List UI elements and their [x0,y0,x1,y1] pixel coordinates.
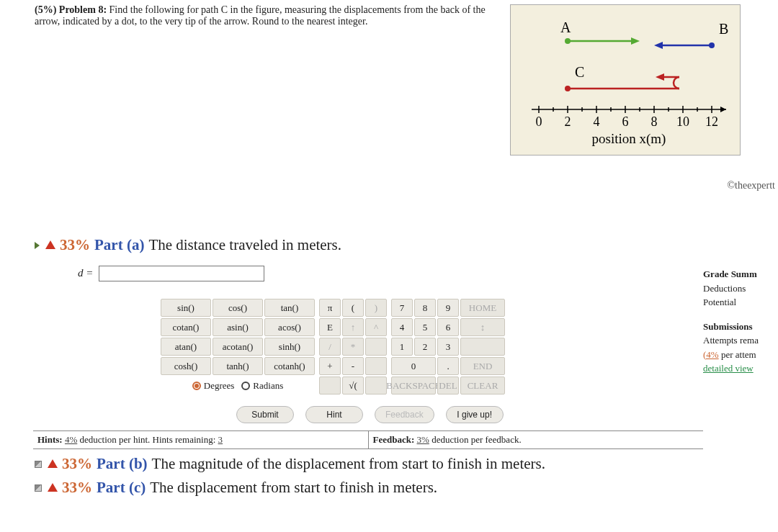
key-pi[interactable]: π [319,299,341,317]
part-b-label: Part (b) [97,455,148,473]
fn-acotan[interactable]: acotan() [213,338,263,356]
key-0[interactable]: 0 [391,357,436,375]
copyright-text: ©theexpertt [510,180,778,191]
part-a-header[interactable]: 33% Part (a) The distance traveled in me… [35,236,778,254]
key-pow[interactable]: ^ [365,318,387,336]
key-home[interactable]: HOME [460,299,505,317]
giveup-button[interactable]: I give up! [446,406,504,423]
attempts-remaining: Attempts rema [703,333,778,348]
key-e[interactable]: E [319,318,341,336]
symbol-pad: π ( ) E ↑ ^ / * + - √( [319,299,387,395]
key-7[interactable]: 7 [391,299,413,317]
feedback-button[interactable]: Feedback [375,406,434,423]
fn-cotan[interactable]: cotan() [161,318,211,336]
svg-text:A: A [560,19,571,35]
key-clear[interactable]: CLEAR [460,377,505,395]
grade-deductions: Deductions [703,281,778,296]
key-3[interactable]: 3 [437,338,459,356]
key-nav1[interactable]: ↕ [460,318,505,336]
warning-icon [45,240,55,249]
fn-acos[interactable]: acos() [264,318,315,336]
collapsed-icon[interactable] [35,484,42,492]
fn-cosh[interactable]: cosh() [161,357,211,375]
fn-atan[interactable]: atan() [161,338,211,356]
part-b-percent: 33% [62,455,92,473]
key-lparen[interactable]: ( [342,299,364,317]
grade-potential: Potential [703,295,778,310]
key-blank2 [365,357,387,375]
fn-tanh[interactable]: tanh() [213,357,263,375]
expand-icon[interactable] [35,242,40,249]
part-c-text: The displacement from start to finish in… [150,479,437,497]
degrees-radio[interactable]: Degrees [192,380,235,392]
function-pad: sin() cos() tan() cotan() asin() acos() … [161,299,315,395]
svg-text:C: C [575,64,584,80]
answer-lhs: d = [78,267,93,279]
key-rparen[interactable]: ) [365,299,387,317]
key-blank1 [365,338,387,356]
key-div[interactable]: / [319,338,341,356]
svg-text:12: 12 [705,114,718,129]
key-backspace[interactable]: BACKSPACE [391,377,436,395]
svg-text:B: B [719,21,728,37]
fn-cos[interactable]: cos() [213,299,263,317]
fn-sin[interactable]: sin() [161,299,211,317]
problem-header: (5%) Problem 8: Find the following for p… [35,4,510,27]
key-4[interactable]: 4 [391,318,413,336]
per-attempt: (4% per attem [703,348,778,362]
key-6[interactable]: 6 [437,318,459,336]
warning-icon [48,459,58,468]
key-plus[interactable]: + [319,357,341,375]
grade-heading: Grade Summ [703,267,778,281]
key-1[interactable]: 1 [391,338,413,356]
answer-input[interactable] [99,266,264,281]
key-9[interactable]: 9 [437,299,459,317]
submissions-heading: Submissions [703,320,778,334]
part-a-percent: 33% [60,236,90,254]
svg-text:4: 4 [594,114,600,129]
key-2[interactable]: 2 [414,338,436,356]
fn-cotanh[interactable]: cotanh() [264,357,315,375]
part-b-text: The magnitude of the displacement from s… [152,455,545,473]
fn-asin[interactable]: asin() [213,318,263,336]
grade-summary: Grade Summ Deductions Potential Submissi… [703,266,778,449]
svg-marker-1 [720,107,726,112]
hint-feedback-row: Hints: 4% deduction per hint. Hints rema… [33,430,703,449]
svg-text:2: 2 [565,114,571,129]
collapsed-icon[interactable] [35,461,42,468]
key-end[interactable]: END [460,357,505,375]
key-8[interactable]: 8 [414,299,436,317]
svg-marker-34 [656,73,664,81]
svg-text:0: 0 [536,114,542,129]
part-a-label: Part (a) [94,236,144,254]
keypad: sin() cos() tan() cotan() asin() acos() … [161,299,703,395]
number-pad: 7 8 9 HOME 4 5 6 ↕ 1 2 3 0 . END BACKSPA… [391,299,505,395]
part-a-text: The distance traveled in meters. [148,236,341,254]
radians-radio[interactable]: Radians [241,380,283,392]
svg-text:8: 8 [651,114,658,129]
key-del[interactable]: DEL [437,377,459,395]
feedback-cell: Feedback: 3% deduction per feedback. [369,431,704,448]
svg-marker-29 [654,42,663,49]
part-c-header[interactable]: 33% Part (c) The displacement from start… [35,479,778,497]
key-mul[interactable]: * [342,338,364,356]
key-minus[interactable]: - [342,357,364,375]
submit-button[interactable]: Submit [236,406,294,423]
detailed-view-link[interactable]: detailed view [703,363,754,374]
part-c-label: Part (c) [97,479,146,497]
key-blank4 [365,377,387,395]
figure-panel: 0 2 4 6 8 10 12 position x(m) A [510,4,741,155]
key-5[interactable]: 5 [414,318,436,336]
key-sqrt[interactable]: √( [342,377,364,395]
hint-button[interactable]: Hint [305,406,363,423]
action-buttons: Submit Hint Feedback I give up! [236,406,703,423]
key-nav2[interactable] [460,338,505,356]
hints-cell: Hints: 4% deduction per hint. Hints rema… [33,431,369,448]
key-up[interactable]: ↑ [342,318,364,336]
problem-number: (5%) Problem 8: [35,4,107,15]
fn-sinh[interactable]: sinh() [264,338,315,356]
paths-diagram: 0 2 4 6 8 10 12 position x(m) A [517,12,733,149]
part-b-header[interactable]: 33% Part (b) The magnitude of the displa… [35,455,778,473]
key-dot[interactable]: . [437,357,459,375]
fn-tan[interactable]: tan() [264,299,315,317]
